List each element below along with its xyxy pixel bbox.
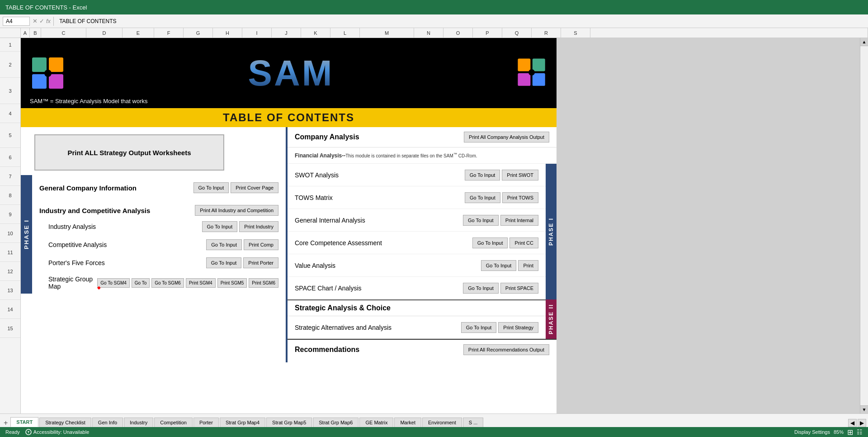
- col-header-M[interactable]: M: [360, 28, 414, 38]
- scroll-down-btn[interactable]: ▼: [860, 405, 868, 413]
- col-header-E[interactable]: E: [123, 28, 154, 38]
- print-sgm4-button[interactable]: Print SGM4: [186, 278, 216, 288]
- print-strategy-button[interactable]: Print Strategy: [498, 322, 538, 333]
- col-header-N[interactable]: N: [414, 28, 443, 38]
- col-header-A[interactable]: A: [21, 28, 30, 38]
- print-space-button[interactable]: Print SPACE: [500, 283, 538, 294]
- go-to-input-cc-button[interactable]: Go To Input: [472, 238, 508, 248]
- left-section-phase: PHASE I General Company Information Go T…: [21, 175, 286, 294]
- cell-reference[interactable]: [3, 17, 30, 26]
- scroll-up-btn[interactable]: ▲: [860, 38, 868, 46]
- print-porter-button[interactable]: Print Porter: [243, 257, 278, 268]
- tab-strat-grp-map4[interactable]: Strat Grp Map4: [220, 418, 265, 427]
- col-header-J[interactable]: J: [272, 28, 301, 38]
- go-to-input-tows-button[interactable]: Go To Input: [465, 192, 500, 203]
- confirm-icon[interactable]: ✓: [39, 18, 44, 24]
- go-to-sgm6-button[interactable]: Go To SGM6: [151, 278, 184, 288]
- go-to-input-value-button[interactable]: Go To Input: [481, 260, 517, 271]
- toc-title-bar: TABLE OF CONTENTS: [21, 108, 557, 127]
- print-sgm5-button[interactable]: Print SGM5: [217, 278, 247, 288]
- svg-rect-6: [533, 58, 545, 71]
- space-chart-buttons: Go To Input Print SPACE: [463, 283, 538, 294]
- go-to-input-space-button[interactable]: Go To Input: [463, 283, 499, 294]
- tab-environment[interactable]: Environment: [422, 418, 462, 427]
- tab-scroll-right[interactable]: ▶: [858, 419, 866, 427]
- formula-icons: ✕ ✓ fx: [33, 18, 51, 24]
- tab-start[interactable]: START: [10, 417, 38, 427]
- col-header-rest: [590, 28, 868, 38]
- go-to-input-porter-button[interactable]: Go To Input: [206, 257, 242, 268]
- print-internal-button[interactable]: Print Internal: [500, 215, 538, 226]
- print-all-worksheets-button[interactable]: Print ALL Strategy Output Worksheets: [34, 134, 224, 171]
- col-header-G[interactable]: G: [184, 28, 213, 38]
- tab-industry[interactable]: Industry: [124, 418, 153, 427]
- col-header-B[interactable]: B: [30, 28, 41, 38]
- cancel-icon[interactable]: ✕: [33, 18, 38, 24]
- tab-porter[interactable]: Porter: [193, 418, 219, 427]
- display-settings-text[interactable]: Display Settings: [794, 429, 830, 435]
- print-all-recommendations-button[interactable]: Print All Recommendations Output: [463, 344, 549, 355]
- print-sgm6-button[interactable]: Print SGM6: [249, 278, 278, 288]
- go-to-input-internal-button[interactable]: Go To Input: [463, 215, 499, 226]
- row-8: 8: [0, 186, 20, 205]
- print-swot-button[interactable]: Print SWOT: [502, 170, 538, 180]
- go-to-input-strategy-button[interactable]: Go To Input: [461, 322, 497, 333]
- tab-strategy-checklist[interactable]: Strategy Checklist: [39, 418, 91, 427]
- col-header-L[interactable]: L: [330, 28, 360, 38]
- page-view-icon[interactable]: ☷: [857, 428, 863, 436]
- go-to-sgm-button[interactable]: Go To: [132, 278, 150, 288]
- sam-logo-text: SAM: [248, 52, 334, 94]
- col-header-C[interactable]: C: [41, 28, 86, 38]
- vertical-scrollbar[interactable]: ▲ ▼: [860, 38, 868, 413]
- accessibility-text: Accessibility: Unavailable: [33, 429, 90, 435]
- print-tows-button[interactable]: Print TOWS: [502, 192, 538, 203]
- col-header-D[interactable]: D: [86, 28, 123, 38]
- row-11: 11: [0, 243, 20, 262]
- print-all-company-button[interactable]: Print All Company Analysis Output: [464, 132, 549, 142]
- industry-comp-title: Industry and Competitive Analysis: [39, 207, 150, 214]
- col-header-F[interactable]: F: [154, 28, 184, 38]
- print-cc-button[interactable]: Print CC: [509, 238, 538, 248]
- formula-input[interactable]: [57, 17, 865, 25]
- col-header-H[interactable]: H: [213, 28, 242, 38]
- tab-s-more[interactable]: S ...: [463, 418, 484, 427]
- svg-rect-8: [533, 73, 545, 86]
- go-to-input-swot-button[interactable]: Go To Input: [465, 170, 500, 180]
- tab-strat-grp-map5[interactable]: Strat Grp Map5: [266, 418, 312, 427]
- col-header-R[interactable]: R: [532, 28, 561, 38]
- col-header-Q[interactable]: Q: [502, 28, 532, 38]
- core-competence-buttons: Go To Input Print CC: [472, 238, 538, 248]
- go-to-sgm4-button[interactable]: Go To SGM4: [97, 278, 130, 288]
- go-to-input-industry-button[interactable]: Go To Input: [202, 221, 238, 232]
- add-sheet-button[interactable]: +: [4, 419, 8, 427]
- print-industry-button[interactable]: Print Industry: [239, 221, 278, 232]
- main-area: 1 2 3 4 5 6 7 8 9 10 11 12 13 14 15: [0, 38, 868, 413]
- col-header-I[interactable]: I: [242, 28, 272, 38]
- row-12: 12: [0, 262, 20, 281]
- gray-right-area: [557, 38, 868, 413]
- gen-company-buttons: Go To Input Print Cover Page: [193, 182, 278, 193]
- grid-view-icon[interactable]: ⊞: [847, 428, 853, 437]
- col-header-O[interactable]: O: [443, 28, 473, 38]
- col-header-K[interactable]: K: [301, 28, 330, 38]
- col-header-P[interactable]: P: [473, 28, 502, 38]
- tab-ge-matrix[interactable]: GE Matrix: [359, 418, 393, 427]
- tab-gen-info[interactable]: Gen Info: [92, 418, 123, 427]
- tab-competition[interactable]: Competition: [154, 418, 193, 427]
- print-value-button[interactable]: Print: [518, 260, 538, 271]
- go-to-input-gen-button[interactable]: Go To Input: [193, 182, 229, 193]
- print-cover-page-button[interactable]: Print Cover Page: [231, 182, 278, 193]
- space-chart-label: SPACE Chart / Analysis: [295, 285, 463, 292]
- tab-strat-grp-map6[interactable]: Strat Grp Map6: [313, 418, 359, 427]
- industry-analysis-row: Industry Analysis Go To Input Print Indu…: [32, 218, 286, 236]
- print-comp-button[interactable]: Print Comp: [244, 239, 278, 250]
- go-to-input-comp-button[interactable]: Go To Input: [206, 239, 242, 250]
- tab-scroll-left[interactable]: ◀: [848, 419, 857, 427]
- function-icon[interactable]: fx: [46, 18, 51, 24]
- general-internal-buttons: Go To Input Print Internal: [463, 215, 538, 226]
- row-6: 6: [0, 148, 20, 167]
- tab-market[interactable]: Market: [394, 418, 421, 427]
- print-all-industry-button[interactable]: Print All Industry and Competition: [195, 205, 278, 216]
- space-chart-row: SPACE Chart / Analysis Go To Input Print…: [288, 277, 546, 299]
- col-header-S[interactable]: S: [561, 28, 590, 38]
